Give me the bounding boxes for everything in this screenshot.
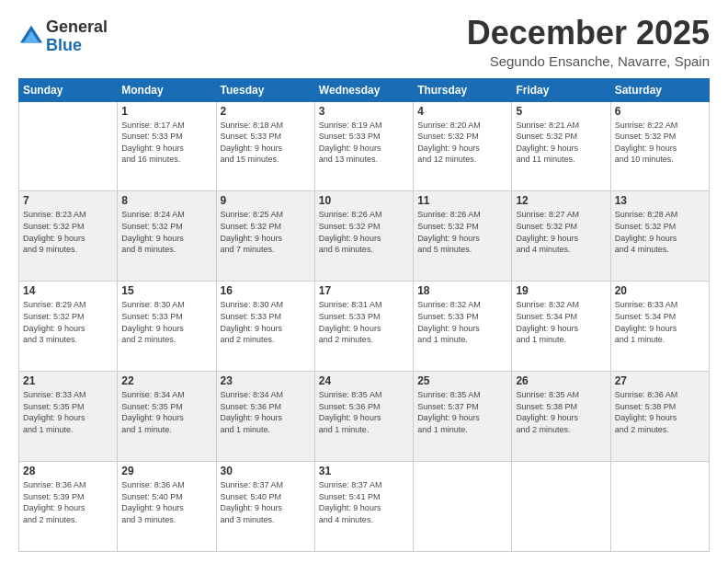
day-number: 25 xyxy=(417,374,507,387)
day-info: Sunrise: 8:23 AM Sunset: 5:32 PM Dayligh… xyxy=(23,209,113,255)
calendar-cell xyxy=(512,462,610,552)
calendar-week-row: 28Sunrise: 8:36 AM Sunset: 5:39 PM Dayli… xyxy=(19,462,710,552)
day-info: Sunrise: 8:30 AM Sunset: 5:33 PM Dayligh… xyxy=(221,299,311,345)
calendar-cell: 15Sunrise: 8:30 AM Sunset: 5:33 PM Dayli… xyxy=(118,282,216,372)
calendar-cell: 30Sunrise: 8:37 AM Sunset: 5:40 PM Dayli… xyxy=(216,462,314,552)
day-info: Sunrise: 8:35 AM Sunset: 5:37 PM Dayligh… xyxy=(417,389,507,435)
calendar-cell: 11Sunrise: 8:26 AM Sunset: 5:32 PM Dayli… xyxy=(414,191,512,282)
day-number: 21 xyxy=(23,374,113,387)
calendar-cell: 21Sunrise: 8:33 AM Sunset: 5:35 PM Dayli… xyxy=(19,372,118,462)
calendar-table: SundayMondayTuesdayWednesdayThursdayFrid… xyxy=(18,78,710,552)
title-location: Segundo Ensanche, Navarre, Spain xyxy=(467,53,710,69)
day-number: 22 xyxy=(121,374,211,387)
day-number: 4 xyxy=(417,105,507,118)
day-info: Sunrise: 8:36 AM Sunset: 5:38 PM Dayligh… xyxy=(615,389,705,435)
calendar-header-saturday: Saturday xyxy=(610,78,709,101)
calendar-cell: 8Sunrise: 8:24 AM Sunset: 5:32 PM Daylig… xyxy=(118,191,216,282)
calendar-cell: 28Sunrise: 8:36 AM Sunset: 5:39 PM Dayli… xyxy=(19,462,118,552)
day-info: Sunrise: 8:19 AM Sunset: 5:33 PM Dayligh… xyxy=(319,120,409,166)
calendar-cell: 26Sunrise: 8:35 AM Sunset: 5:38 PM Dayli… xyxy=(512,372,610,462)
calendar-week-row: 7Sunrise: 8:23 AM Sunset: 5:32 PM Daylig… xyxy=(19,191,710,282)
day-number: 24 xyxy=(319,374,409,387)
day-number: 1 xyxy=(121,105,211,118)
calendar-header-wednesday: Wednesday xyxy=(314,78,413,101)
calendar-cell: 13Sunrise: 8:28 AM Sunset: 5:32 PM Dayli… xyxy=(610,191,709,282)
calendar-cell: 6Sunrise: 8:22 AM Sunset: 5:32 PM Daylig… xyxy=(610,101,709,191)
day-info: Sunrise: 8:36 AM Sunset: 5:40 PM Dayligh… xyxy=(121,479,211,525)
day-info: Sunrise: 8:21 AM Sunset: 5:32 PM Dayligh… xyxy=(516,120,606,166)
calendar-header-monday: Monday xyxy=(118,78,216,101)
day-number: 3 xyxy=(319,105,409,118)
day-number: 5 xyxy=(516,105,606,118)
calendar-cell: 2Sunrise: 8:18 AM Sunset: 5:33 PM Daylig… xyxy=(216,101,314,191)
day-info: Sunrise: 8:32 AM Sunset: 5:33 PM Dayligh… xyxy=(417,299,507,345)
day-info: Sunrise: 8:36 AM Sunset: 5:39 PM Dayligh… xyxy=(23,479,113,525)
day-number: 2 xyxy=(221,105,311,118)
calendar-week-row: 14Sunrise: 8:29 AM Sunset: 5:32 PM Dayli… xyxy=(19,282,710,372)
day-info: Sunrise: 8:35 AM Sunset: 5:36 PM Dayligh… xyxy=(319,389,409,435)
day-number: 31 xyxy=(319,465,409,477)
calendar-cell: 7Sunrise: 8:23 AM Sunset: 5:32 PM Daylig… xyxy=(19,191,118,282)
day-number: 18 xyxy=(417,284,507,297)
calendar-cell: 1Sunrise: 8:17 AM Sunset: 5:33 PM Daylig… xyxy=(118,101,216,191)
calendar-cell: 18Sunrise: 8:32 AM Sunset: 5:33 PM Dayli… xyxy=(414,282,512,372)
calendar-cell xyxy=(610,462,709,552)
day-info: Sunrise: 8:25 AM Sunset: 5:32 PM Dayligh… xyxy=(221,209,311,255)
day-info: Sunrise: 8:31 AM Sunset: 5:33 PM Dayligh… xyxy=(319,299,409,345)
day-info: Sunrise: 8:33 AM Sunset: 5:35 PM Dayligh… xyxy=(23,389,113,435)
calendar-header-row: SundayMondayTuesdayWednesdayThursdayFrid… xyxy=(19,78,710,101)
header: General Blue December 2025 Segundo Ensan… xyxy=(18,15,710,69)
calendar-cell: 24Sunrise: 8:35 AM Sunset: 5:36 PM Dayli… xyxy=(314,372,413,462)
day-info: Sunrise: 8:35 AM Sunset: 5:38 PM Dayligh… xyxy=(516,389,606,435)
day-number: 16 xyxy=(221,284,311,297)
calendar-header-thursday: Thursday xyxy=(414,78,512,101)
calendar-week-row: 1Sunrise: 8:17 AM Sunset: 5:33 PM Daylig… xyxy=(19,101,710,191)
day-info: Sunrise: 8:26 AM Sunset: 5:32 PM Dayligh… xyxy=(417,209,507,255)
logo: General Blue xyxy=(18,18,108,55)
day-info: Sunrise: 8:20 AM Sunset: 5:32 PM Dayligh… xyxy=(417,120,507,166)
day-info: Sunrise: 8:37 AM Sunset: 5:41 PM Dayligh… xyxy=(319,479,409,525)
day-info: Sunrise: 8:24 AM Sunset: 5:32 PM Dayligh… xyxy=(121,209,211,255)
calendar-cell: 22Sunrise: 8:34 AM Sunset: 5:35 PM Dayli… xyxy=(118,372,216,462)
calendar-cell: 10Sunrise: 8:26 AM Sunset: 5:32 PM Dayli… xyxy=(314,191,413,282)
day-info: Sunrise: 8:34 AM Sunset: 5:35 PM Dayligh… xyxy=(121,389,211,435)
day-info: Sunrise: 8:29 AM Sunset: 5:32 PM Dayligh… xyxy=(23,299,113,345)
day-number: 28 xyxy=(23,465,113,477)
calendar-week-row: 21Sunrise: 8:33 AM Sunset: 5:35 PM Dayli… xyxy=(19,372,710,462)
calendar-cell: 16Sunrise: 8:30 AM Sunset: 5:33 PM Dayli… xyxy=(216,282,314,372)
day-number: 14 xyxy=(23,284,113,297)
day-number: 27 xyxy=(615,374,705,387)
day-number: 11 xyxy=(417,194,507,207)
calendar-header-friday: Friday xyxy=(512,78,610,101)
day-number: 10 xyxy=(319,194,409,207)
day-number: 15 xyxy=(121,284,211,297)
day-info: Sunrise: 8:22 AM Sunset: 5:32 PM Dayligh… xyxy=(615,120,705,166)
day-number: 29 xyxy=(121,465,211,477)
calendar-cell: 9Sunrise: 8:25 AM Sunset: 5:32 PM Daylig… xyxy=(216,191,314,282)
calendar-header-tuesday: Tuesday xyxy=(216,78,314,101)
day-number: 30 xyxy=(221,465,311,477)
calendar-cell: 5Sunrise: 8:21 AM Sunset: 5:32 PM Daylig… xyxy=(512,101,610,191)
calendar-cell: 23Sunrise: 8:34 AM Sunset: 5:36 PM Dayli… xyxy=(216,372,314,462)
calendar-cell xyxy=(414,462,512,552)
day-number: 26 xyxy=(516,374,606,387)
day-info: Sunrise: 8:32 AM Sunset: 5:34 PM Dayligh… xyxy=(516,299,606,345)
day-number: 19 xyxy=(516,284,606,297)
day-info: Sunrise: 8:33 AM Sunset: 5:34 PM Dayligh… xyxy=(615,299,705,345)
day-info: Sunrise: 8:18 AM Sunset: 5:33 PM Dayligh… xyxy=(221,120,311,166)
calendar-cell: 14Sunrise: 8:29 AM Sunset: 5:32 PM Dayli… xyxy=(19,282,118,372)
calendar-cell: 29Sunrise: 8:36 AM Sunset: 5:40 PM Dayli… xyxy=(118,462,216,552)
logo-blue: Blue xyxy=(46,37,108,55)
title-block: December 2025 Segundo Ensanche, Navarre,… xyxy=(467,15,710,69)
calendar-cell: 17Sunrise: 8:31 AM Sunset: 5:33 PM Dayli… xyxy=(314,282,413,372)
calendar-cell: 4Sunrise: 8:20 AM Sunset: 5:32 PM Daylig… xyxy=(414,101,512,191)
day-info: Sunrise: 8:26 AM Sunset: 5:32 PM Dayligh… xyxy=(319,209,409,255)
day-number: 12 xyxy=(516,194,606,207)
logo-text: General Blue xyxy=(46,18,108,55)
calendar-cell: 19Sunrise: 8:32 AM Sunset: 5:34 PM Dayli… xyxy=(512,282,610,372)
calendar-cell: 25Sunrise: 8:35 AM Sunset: 5:37 PM Dayli… xyxy=(414,372,512,462)
logo-icon xyxy=(18,24,44,50)
calendar-cell xyxy=(19,101,118,191)
logo-general: General xyxy=(46,18,108,37)
calendar-cell: 20Sunrise: 8:33 AM Sunset: 5:34 PM Dayli… xyxy=(610,282,709,372)
